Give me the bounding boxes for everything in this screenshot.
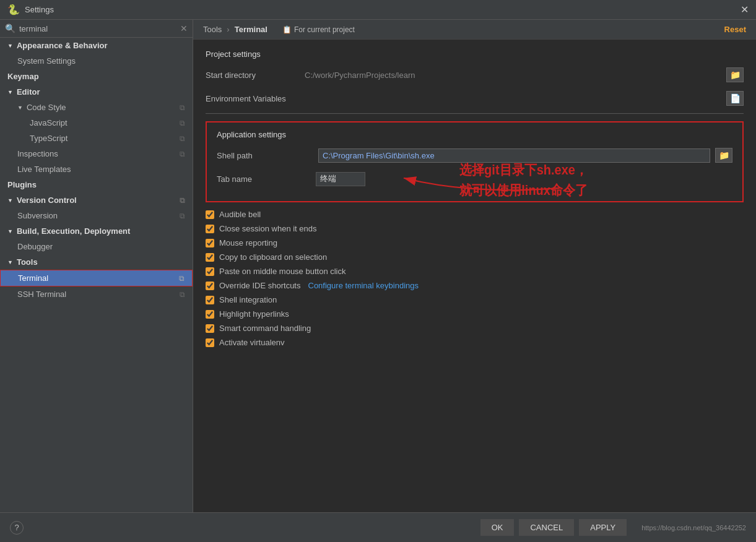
audible-bell-checkbox[interactable] [206, 210, 214, 219]
help-button[interactable]: ? [10, 521, 24, 535]
bottom-buttons: OK CANCEL APPLY https://blog.csdn.net/qq… [480, 519, 746, 536]
breadcrumb-terminal: Terminal [235, 25, 267, 34]
title-bar-left: 🐍 Settings [7, 4, 54, 15]
sidebar-item-debugger[interactable]: Debugger [0, 239, 193, 254]
copy-icon: ⧉ [180, 103, 185, 112]
tab-name-input[interactable] [316, 172, 365, 186]
sidebar-search-bar[interactable]: 🔍 terminal ✕ [0, 20, 193, 38]
highlight-hyperlinks-checkbox[interactable] [206, 310, 214, 319]
checkbox-activate-virtualenv: Activate virtualenv [206, 338, 744, 347]
sidebar-item-inspections[interactable]: Inspections ⧉ [0, 146, 193, 161]
sidebar-item-system-settings[interactable]: System Settings [0, 53, 193, 69]
copy-icon: ⧉ [180, 119, 185, 127]
bottom-bar: ? OK CANCEL APPLY https://blog.csdn.net/… [0, 512, 756, 542]
paste-middle-label: Paste on middle mouse button click [219, 267, 346, 276]
sidebar-item-appearance[interactable]: ▼ Appearance & Behavior [0, 38, 193, 53]
sidebar-item-version-control[interactable]: ▼ Version Control ⧉ [0, 192, 193, 208]
mouse-reporting-label: Mouse reporting [219, 238, 277, 247]
checkbox-paste-middle: Paste on middle mouse button click [206, 267, 744, 276]
url-label: https://blog.csdn.net/qq_36442252 [641, 524, 746, 531]
activate-virtualenv-label: Activate virtualenv [219, 338, 285, 347]
sidebar-item-label: Tools [17, 257, 38, 267]
close-session-checkbox[interactable] [206, 225, 214, 233]
project-settings-title: Project settings [206, 49, 744, 59]
audible-bell-label: Audible bell [219, 210, 261, 219]
close-session-label: Close session when it ends [219, 224, 317, 233]
copy-icon: ⧉ [180, 212, 185, 220]
configure-keybindings-link[interactable]: Configure terminal keybindings [308, 281, 419, 290]
window-title: Settings [25, 5, 54, 14]
shell-path-input[interactable] [318, 148, 710, 163]
override-ide-checkbox[interactable] [206, 282, 214, 290]
sidebar-item-label: Debugger [17, 242, 53, 251]
start-directory-value: C:/work/PycharmProjects/learn [305, 71, 724, 80]
paste-middle-checkbox[interactable] [206, 267, 214, 276]
close-window-button[interactable]: ✕ [741, 4, 749, 15]
main-layout: 🔍 terminal ✕ ▼ Appearance & Behavior Sys… [0, 20, 756, 512]
sidebar-item-label: SSH Terminal [17, 290, 66, 299]
mouse-reporting-checkbox[interactable] [206, 239, 214, 247]
sidebar-item-editor[interactable]: ▼ Editor [0, 84, 193, 100]
cancel-button[interactable]: CANCEL [519, 519, 574, 536]
checkbox-audible-bell: Audible bell [206, 210, 744, 219]
sidebar-item-keymap[interactable]: Keymap [0, 69, 193, 84]
override-ide-label: Override IDE shortcuts [219, 281, 301, 290]
sidebar-item-live-templates[interactable]: Live Templates [0, 161, 193, 177]
expand-icon: ▼ [17, 105, 23, 111]
sidebar-item-label: Subversion [17, 211, 58, 220]
tab-name-row: Tab name [217, 170, 732, 187]
sidebar-item-terminal[interactable]: Terminal ⧉ [0, 270, 193, 286]
shell-path-label: Shell path [217, 151, 316, 160]
ok-button[interactable]: OK [480, 519, 515, 536]
copy-icon: ⧉ [180, 134, 185, 143]
sidebar-item-label: Build, Execution, Deployment [17, 226, 130, 236]
checkbox-smart-command: Smart command handling [206, 324, 744, 333]
apply-button[interactable]: APPLY [579, 519, 627, 536]
env-vars-browse-button[interactable]: 📄 [726, 91, 744, 106]
sidebar-item-label: System Settings [17, 56, 76, 66]
search-icon: 🔍 [5, 24, 15, 33]
start-directory-row: Start directory C:/work/PycharmProjects/… [206, 66, 744, 84]
sidebar-item-ssh-terminal[interactable]: SSH Terminal ⧉ [0, 286, 193, 302]
copy-clipboard-checkbox[interactable] [206, 253, 214, 262]
smart-command-label: Smart command handling [219, 324, 311, 333]
expand-icon: ▼ [7, 43, 13, 49]
checkbox-close-session: Close session when it ends [206, 224, 744, 233]
sidebar-item-typescript[interactable]: TypeScript ⧉ [0, 131, 193, 146]
start-directory-browse-button[interactable]: 📁 [726, 67, 744, 82]
checkboxes-section: Audible bell Close session when it ends … [206, 210, 744, 347]
sidebar-item-tools[interactable]: ▼ Tools [0, 254, 193, 270]
expand-icon: ▼ [7, 89, 13, 95]
search-input[interactable]: terminal [19, 24, 176, 33]
sidebar-item-javascript[interactable]: JavaScript ⧉ [0, 115, 193, 131]
sidebar-item-label: JavaScript [30, 118, 67, 127]
for-current-project[interactable]: 📋 For current project [282, 25, 355, 34]
shell-integration-label: Shell integration [219, 295, 277, 304]
breadcrumb-tools: Tools [203, 25, 222, 34]
sidebar-item-plugins[interactable]: Plugins [0, 177, 193, 192]
divider [206, 113, 744, 114]
reset-button[interactable]: Reset [724, 25, 746, 34]
content-wrapper: Project settings Start directory C:/work… [193, 40, 756, 512]
shell-path-browse-button[interactable]: 📁 [715, 148, 732, 163]
checkbox-mouse-reporting: Mouse reporting [206, 238, 744, 247]
sidebar-item-label: Code Style [27, 103, 66, 112]
settings-content: Project settings Start directory C:/work… [193, 40, 756, 512]
activate-virtualenv-checkbox[interactable] [206, 338, 214, 347]
app-logo-icon: 🐍 [7, 4, 20, 15]
expand-icon: ▼ [7, 228, 13, 234]
copy-icon: ⧉ [180, 290, 185, 299]
expand-icon: ▼ [7, 197, 13, 204]
sidebar-item-subversion[interactable]: Subversion ⧉ [0, 208, 193, 223]
clear-search-icon[interactable]: ✕ [180, 24, 188, 33]
sidebar-item-code-style[interactable]: ▼ Code Style ⧉ [0, 100, 193, 115]
sidebar: 🔍 terminal ✕ ▼ Appearance & Behavior Sys… [0, 20, 193, 512]
sidebar-item-label: Editor [17, 87, 40, 97]
sidebar-item-label: Live Templates [17, 165, 71, 174]
smart-command-checkbox[interactable] [206, 324, 214, 333]
sidebar-item-label: Plugins [7, 180, 37, 189]
project-icon: 📋 [282, 25, 292, 34]
shell-integration-checkbox[interactable] [206, 296, 214, 304]
sidebar-item-build[interactable]: ▼ Build, Execution, Deployment [0, 223, 193, 239]
sidebar-item-label: Keymap [7, 72, 39, 81]
